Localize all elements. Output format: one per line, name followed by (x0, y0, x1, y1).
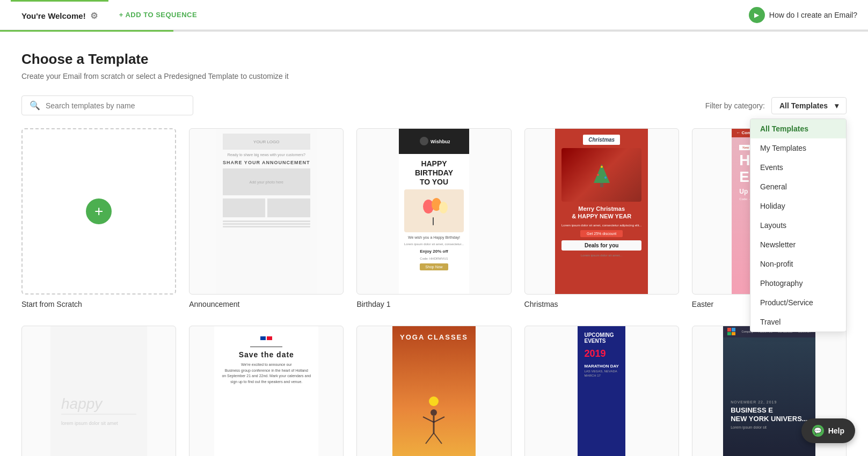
happy-svg: happy lorem ipsum dolor sit amet (50, 377, 147, 441)
yoga-image-area (418, 344, 450, 456)
events-heading: UPCOMINGEVENTS (584, 332, 618, 344)
template-grid-row1: + Start from Scratch YOUR LOGO Ready to … (21, 128, 847, 308)
ann-line-2 (223, 223, 310, 225)
event-1-location: LAS VEGAS, NEVADA (584, 370, 618, 373)
business-content: NOVEMBER 22, 2019 BUSINESS ENEW YORK UNI… (723, 337, 815, 456)
dropdown-item-photography[interactable]: Photography (750, 274, 846, 293)
dropdown-item-newsletter[interactable]: Newsletter (750, 235, 846, 254)
savedate-preview: Save the date We're excited to announce … (214, 326, 318, 456)
savedate-body: We're excited to announce ourBusiness gr… (222, 362, 311, 385)
play-icon: ▶ (749, 7, 765, 23)
biz-sub: Lorem ipsum dolor sit (731, 425, 767, 429)
svg-line-19 (434, 433, 442, 444)
svg-line-17 (434, 417, 444, 422)
dropdown-item-product-service[interactable]: Product/Service (750, 293, 846, 312)
gear-icon[interactable]: ⚙ (90, 11, 98, 21)
savedate-line (250, 347, 282, 347)
ann-photo-sm-1 (223, 198, 265, 217)
ann-title: SHARE YOUR ANNOUNCEMENT (223, 160, 310, 165)
scratch-label: Start from Scratch (21, 300, 176, 308)
template-card-savedate[interactable]: Save the date We're excited to announce … (189, 326, 344, 456)
ann-photo-row (223, 198, 310, 217)
savedate-title: Save the date (239, 350, 294, 359)
dropdown-item-events[interactable]: Events (750, 158, 846, 177)
wishbuzz-logo: Wishbuzz (418, 135, 450, 148)
category-dropdown: All Templates My Templates Events Genera… (750, 119, 847, 332)
template-card-happy[interactable]: happy lorem ipsum dolor sit amet Happy (21, 326, 176, 456)
svg-rect-21 (732, 328, 735, 332)
template-card-yoga[interactable]: YOGA CLASSES Yoga Classes (356, 326, 511, 456)
svg-rect-22 (727, 332, 731, 335)
dropdown-item-my-templates[interactable]: My Templates (750, 138, 846, 158)
top-bar-left: You're Welcome! ⚙ + ADD TO SEQUENCE (11, 0, 208, 30)
svg-point-0 (420, 137, 428, 145)
happy-thumb: happy lorem ipsum dolor sit amet (21, 326, 176, 456)
ann-line-1 (223, 220, 310, 222)
tab-label: You're Welcome! (21, 11, 86, 20)
yoga-thumb: YOGA CLASSES (356, 326, 511, 456)
ann-logo: YOUR LOGO (223, 134, 310, 150)
svg-point-8 (601, 166, 603, 168)
filter-selected-value: All Templates (779, 101, 828, 110)
search-input[interactable] (46, 101, 185, 110)
biz-title: BUSINESS ENEW YORK UNIVERS... (731, 406, 808, 423)
category-filter-button[interactable]: All Templates ▾ (771, 97, 847, 114)
dropdown-item-layouts[interactable]: Layouts (750, 216, 846, 235)
xmas-lorem: Lorem ipsum dolor sit amet, consectetur … (561, 224, 641, 227)
dropdown-item-general[interactable]: General (750, 177, 846, 196)
dropdown-item-all-templates[interactable]: All Templates (750, 119, 846, 138)
biz-date: NOVEMBER 22, 2019 (731, 400, 777, 404)
svg-rect-23 (732, 332, 735, 335)
yoga-sun (429, 396, 439, 406)
dropdown-item-holiday[interactable]: Holiday (750, 196, 846, 216)
xmas-deal: Deals for you (561, 240, 641, 251)
events-preview: UPCOMINGEVENTS 2019 MARATHON DAY LAS VEG… (578, 326, 625, 456)
plus-icon: + (86, 198, 112, 224)
chevron-down-icon: ▾ (835, 101, 838, 110)
svg-point-4 (439, 202, 448, 214)
balloon-svg (418, 195, 450, 227)
main-content: Choose a Template Create your Email from… (0, 32, 868, 456)
ann-line-3 (223, 226, 310, 227)
ann-text-lines (223, 220, 310, 227)
bday-lorem: Lorem ipsum dolor sit amet, consectetur.… (404, 242, 464, 246)
svg-rect-20 (727, 328, 731, 332)
happy-preview: happy lorem ipsum dolor sit amet (50, 326, 147, 456)
events-thumb: UPCOMINGEVENTS 2019 MARATHON DAY LAS VEG… (524, 326, 679, 456)
page-title: Choose a Template (21, 51, 847, 68)
top-bar-right: ▶ How do I create an Email? (749, 7, 857, 23)
events-year: 2019 (584, 348, 618, 359)
svg-text:happy: happy (61, 395, 103, 412)
bday-title: HAPPYBIRTHDAYTO YOU (415, 159, 453, 186)
search-filter-row: 🔍 Filter by category: All Templates ▾ Al… (21, 95, 847, 115)
birthday-label: Birthday 1 (356, 300, 511, 308)
dropdown-item-nonprofit[interactable]: Non-profit (750, 254, 846, 274)
active-tab[interactable]: You're Welcome! ⚙ (11, 0, 108, 30)
xmas-btn: Get 25% discount (580, 230, 623, 237)
svg-text:Wishbuzz: Wishbuzz (431, 139, 450, 144)
search-icon: 🔍 (30, 100, 40, 111)
top-bar: You're Welcome! ⚙ + ADD TO SEQUENCE ▶ Ho… (0, 0, 868, 30)
bday-header: Wishbuzz (399, 128, 469, 154)
svg-line-18 (426, 433, 434, 444)
business-preview: Company ABOUT US SCHEDULE CONTACT NOVEMB… (723, 326, 815, 456)
help-fab-button[interactable]: 💬 Help (801, 418, 855, 443)
xmas-brand: Christmas (583, 135, 620, 145)
template-grid-row2: happy lorem ipsum dolor sit amet Happy S… (21, 326, 847, 456)
dropdown-item-travel[interactable]: Travel (750, 312, 846, 332)
xmas-image (561, 148, 641, 202)
svg-text:lorem ipsum dolor sit amet: lorem ipsum dolor sit amet (61, 421, 118, 426)
help-link[interactable]: ▶ How do I create an Email? (749, 7, 857, 23)
event-1-name: MARATHON DAY (584, 364, 618, 369)
template-card-events[interactable]: UPCOMINGEVENTS 2019 MARATHON DAY LAS VEG… (524, 326, 679, 456)
event-item-1: MARATHON DAY LAS VEGAS, NEVADA MARCH 17 (584, 364, 618, 377)
add-to-sequence-button[interactable]: + ADD TO SEQUENCE (108, 11, 208, 19)
help-fab-label: Help (828, 426, 844, 435)
flag-blue (260, 336, 266, 340)
svg-rect-7 (600, 183, 603, 187)
yoga-preview: YOGA CLASSES (392, 326, 476, 456)
ann-photo-sm-2 (267, 198, 310, 217)
christmas-label: Christmas (524, 300, 679, 308)
svg-point-14 (431, 409, 437, 416)
page-subtitle: Create your Email from scratch or select… (21, 72, 847, 80)
